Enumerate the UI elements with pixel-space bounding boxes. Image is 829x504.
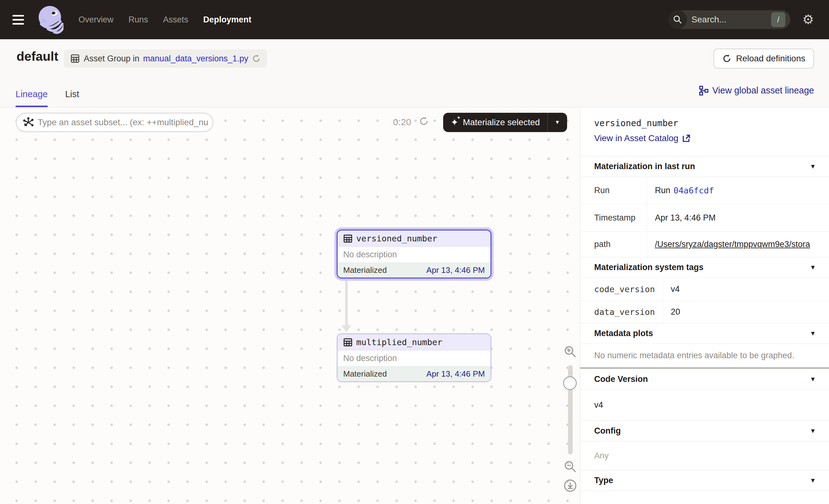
view-tabs: Lineage List [15, 89, 79, 107]
asset-group-icon [70, 53, 80, 64]
nav-item-deployment[interactable]: Deployment [203, 15, 252, 25]
nav-item-assets[interactable]: Assets [163, 15, 188, 25]
asset-subset-input[interactable] [38, 117, 211, 128]
panel-asset-title: versioned_number [594, 118, 816, 128]
settings-gear-icon[interactable]: ⚙ [802, 13, 814, 26]
asset-group-file-link[interactable]: manual_data_versions_1.py [143, 54, 249, 64]
section-code-version[interactable]: Code Version ▼ [580, 369, 829, 389]
badge-refresh-icon[interactable] [252, 54, 261, 63]
row-label: code_version [580, 278, 663, 300]
run-prefix: Run [655, 186, 671, 195]
section-metadata-plots[interactable]: Metadata plots ▼ [580, 323, 829, 344]
run-id-link[interactable]: 04a6fcdf [674, 186, 714, 195]
asset-node-multiplied-number[interactable]: multiplied_number No description Materia… [337, 333, 492, 382]
table-row-run: Run Run 04a6fcdf [580, 177, 829, 204]
search-icon [668, 10, 687, 29]
asset-details-panel: versioned_number View in Asset Catalog M… [580, 107, 829, 504]
materialize-dropdown-caret[interactable]: ▼ [548, 113, 567, 132]
nav-item-runs[interactable]: Runs [129, 15, 148, 25]
catalog-link-label: View in Asset Catalog [594, 133, 678, 143]
refresh-timer: 0:20 [393, 117, 411, 128]
lineage-graph-icon [698, 86, 709, 96]
reload-definitions-label: Reload definitions [736, 53, 805, 64]
section-label: Materialization in last run [594, 162, 695, 171]
zoom-slider-handle[interactable] [563, 376, 577, 390]
asset-node-versioned-number[interactable]: versioned_number No description Material… [337, 229, 492, 279]
path-link[interactable]: /Users/sryza/dagster/tmppvqwm9e3/stora [655, 240, 810, 249]
zoom-in-icon[interactable] [564, 345, 577, 358]
page-header: default Asset Group in manual_data_versi… [0, 39, 829, 107]
config-value: Any [580, 441, 829, 470]
asset-node-name: multiplied_number [356, 337, 442, 347]
reload-definitions-button[interactable]: Reload definitions [714, 48, 814, 69]
asset-table-icon [343, 338, 353, 347]
code-version-value: v4 [580, 389, 829, 421]
asset-node-description: No description [337, 247, 491, 262]
asset-subset-icon [23, 117, 34, 128]
search-shortcut-key: / [771, 12, 785, 27]
table-row-code-version: code_version v4 [580, 278, 829, 300]
asset-node-timestamp[interactable]: Apr 13, 4:46 PM [426, 265, 485, 275]
canvas-refresh-icon[interactable] [419, 116, 429, 126]
section-label: Metadata plots [594, 329, 653, 338]
menu-icon[interactable] [12, 12, 30, 27]
row-label: path [580, 232, 647, 257]
nav-items: Overview Runs Assets Deployment [78, 15, 251, 25]
metadata-plots-empty-message: No numeric metadata entries available to… [580, 344, 829, 367]
lineage-edge-arrowhead [341, 325, 351, 332]
asset-node-description: No description [337, 351, 491, 366]
global-lineage-label: View global asset lineage [712, 85, 814, 96]
asset-subset-filter[interactable] [16, 113, 213, 132]
table-row-path: path /Users/sryza/dagster/tmppvqwm9e3/st… [580, 231, 829, 257]
lineage-canvas[interactable]: 0:20 ✦✦ Materialize selected ▼ versioned… [0, 107, 580, 504]
asset-node-status: Materialized [343, 369, 387, 379]
section-config[interactable]: Config ▼ [580, 421, 829, 441]
section-type[interactable]: Type ▼ [580, 470, 829, 491]
sparkle-icon: ✦✦ [450, 118, 459, 127]
row-label: Run [580, 177, 647, 204]
reload-icon [722, 54, 731, 63]
asset-node-name: versioned_number [356, 233, 437, 243]
external-link-icon [682, 134, 691, 143]
chevron-down-icon: ▼ [810, 427, 816, 435]
table-row-timestamp: Timestamp Apr 13, 4:46 PM [580, 204, 829, 231]
tag-value: v4 [663, 278, 829, 300]
chevron-down-icon: ▼ [810, 330, 816, 337]
row-label: data_version [580, 301, 663, 323]
asset-node-status: Materialized [343, 265, 387, 275]
tab-lineage[interactable]: Lineage [15, 89, 48, 107]
section-label: Type [594, 476, 613, 485]
materialize-selected-button[interactable]: ✦✦ Materialize selected ▼ [443, 113, 567, 132]
asset-group-prefix: Asset Group in [84, 54, 140, 64]
asset-table-icon [343, 234, 353, 243]
nav-item-overview[interactable]: Overview [78, 15, 114, 25]
view-global-asset-lineage-link[interactable]: View global asset lineage [698, 85, 814, 96]
tab-list[interactable]: List [65, 89, 79, 107]
section-label: Materialization system tags [594, 262, 704, 272]
asset-group-badge: Asset Group in manual_data_versions_1.py [64, 49, 267, 68]
chevron-down-icon: ▼ [810, 477, 816, 484]
chevron-down-icon: ▼ [810, 264, 816, 271]
top-navbar: Overview Runs Assets Deployment / ⚙ [0, 0, 829, 39]
table-row-data-version: data_version 20 [580, 300, 829, 323]
zoom-out-icon[interactable] [564, 460, 577, 473]
materialize-label: Materialize selected [463, 117, 540, 128]
search-input[interactable] [687, 15, 771, 25]
section-materialization-last-run[interactable]: Materialization in last run ▼ [580, 156, 829, 177]
page-title: default [16, 49, 58, 64]
asset-node-timestamp[interactable]: Apr 13, 4:46 PM [426, 369, 485, 379]
row-label: Timestamp [580, 204, 647, 231]
tag-value: 20 [663, 301, 829, 323]
section-label: Code Version [594, 374, 648, 384]
lineage-edge [345, 281, 348, 326]
view-in-asset-catalog-link[interactable]: View in Asset Catalog [594, 133, 816, 143]
section-system-tags[interactable]: Materialization system tags ▼ [580, 257, 829, 278]
dagster-logo-icon[interactable] [37, 5, 64, 35]
chevron-down-icon: ▼ [810, 163, 816, 170]
type-section-body [580, 491, 829, 504]
section-label: Config [594, 426, 621, 436]
global-search[interactable]: / [668, 10, 790, 29]
download-image-icon[interactable] [563, 479, 577, 493]
timestamp-value: Apr 13, 4:46 PM [647, 204, 829, 231]
chevron-down-icon: ▼ [810, 376, 816, 383]
